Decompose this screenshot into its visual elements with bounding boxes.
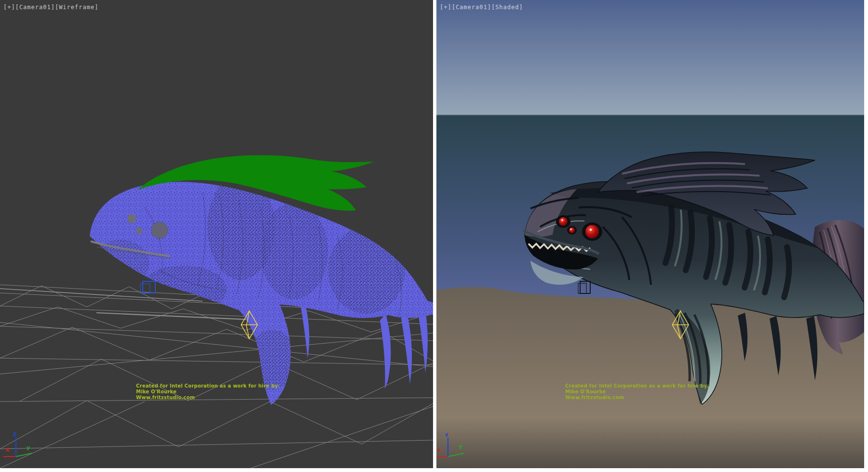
shaded-scene: Created for Intel Corporation as a work … [436, 0, 864, 468]
fish-model-wireframe[interactable] [82, 155, 433, 410]
svg-text:Www.fritzstudio.com: Www.fritzstudio.com [136, 395, 195, 400]
attribution-text: Created for Intel Corporation as a work … [136, 383, 280, 400]
axis-x-label: x [437, 447, 441, 453]
viewport-label-shaded[interactable]: [+][Camera01][Shaded] [440, 4, 523, 11]
wireframe-scene: Created for Intel Corporation as a work … [0, 0, 433, 468]
svg-text:Created for Intel Corporation: Created for Intel Corporation as a work … [565, 383, 709, 389]
svg-text:Mike O'Rourke: Mike O'Rourke [136, 389, 176, 394]
axis-y-label: y [27, 444, 30, 451]
fish-wire-stipple [82, 174, 433, 410]
box-helper-selected[interactable] [140, 281, 155, 293]
svg-text:Www.fritzstudio.com: Www.fritzstudio.com [565, 395, 624, 400]
viewport-label-wireframe[interactable]: [+][Camera01][Wireframe] [3, 4, 98, 11]
svg-text:Mike O'Rourke: Mike O'Rourke [565, 389, 606, 394]
viewport-right-shaded[interactable]: [+][Camera01][Shaded] [436, 0, 864, 468]
viewport-left-wireframe[interactable]: [+][Camera01][Wireframe] [0, 0, 433, 468]
world-axis-tripod: X y Z [3, 431, 32, 457]
axis-z-label: Z [13, 431, 17, 438]
axis-x-label: X [5, 447, 10, 453]
axis-z-label: z [445, 431, 448, 438]
dual-viewport-canvas: [+][Camera01][Wireframe] [0, 0, 868, 472]
axis-y-label: Y [458, 444, 463, 451]
svg-text:Created for Intel Corporation: Created for Intel Corporation as a work … [136, 383, 280, 389]
